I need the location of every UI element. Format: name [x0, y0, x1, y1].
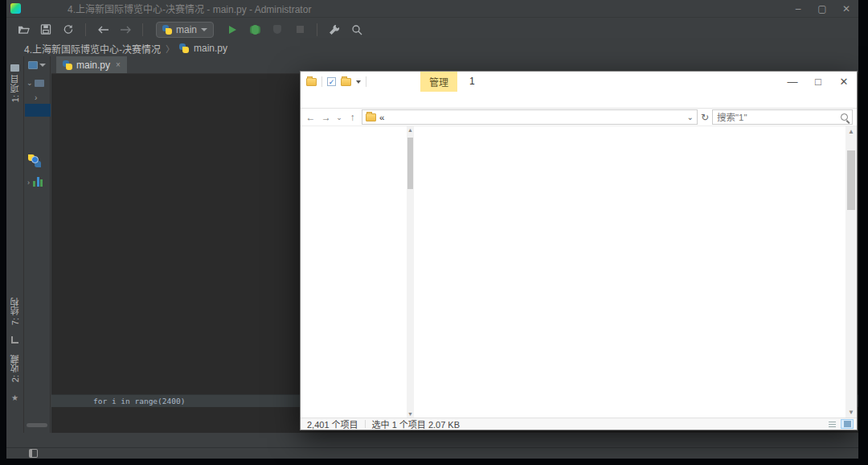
- forward-icon[interactable]: [117, 21, 134, 39]
- python-file-icon: [63, 60, 72, 70]
- chevron-down-icon: [39, 64, 46, 67]
- explorer-titlebar: ✓ 管理 1 — □ ✕: [301, 72, 857, 92]
- star-icon: ★: [11, 393, 18, 402]
- toolbar-separator: [142, 23, 143, 36]
- structure-icon: [11, 336, 18, 344]
- toolbar-separator: [85, 23, 86, 36]
- status-separator: [365, 420, 366, 428]
- project-root-row[interactable]: ⌄: [27, 79, 44, 87]
- search-icon[interactable]: [841, 113, 848, 121]
- close-icon[interactable]: ✕: [831, 72, 857, 92]
- scroll-up-icon[interactable]: ▲: [845, 128, 857, 135]
- project-hscrollbar[interactable]: [27, 423, 47, 427]
- python-file-icon: [179, 43, 189, 53]
- recent-locations-chevron-icon[interactable]: ⌄: [335, 113, 342, 121]
- settings-wrench-icon[interactable]: [326, 21, 343, 39]
- ide-window-controls: – ▢ ✕: [786, 0, 858, 17]
- details-view-icon[interactable]: [825, 419, 838, 429]
- quick-access-toolbar: ✓: [301, 76, 366, 87]
- pycharm-logo-icon: [10, 3, 21, 14]
- sync-icon[interactable]: [59, 21, 77, 39]
- ide-toolbar: main: [6, 19, 858, 40]
- search-input[interactable]: [717, 113, 841, 122]
- back-icon[interactable]: [94, 21, 112, 39]
- breadcrumb-file[interactable]: main.py: [194, 43, 227, 54]
- navigation-scrollbar[interactable]: ▲ ▼: [407, 126, 414, 418]
- scroll-down-icon[interactable]: ▼: [407, 411, 413, 417]
- project-panel-header[interactable]: [28, 61, 46, 69]
- scrollbar-thumb[interactable]: [847, 150, 855, 210]
- location-folder-icon: [366, 113, 376, 121]
- desktop: 4.上海新国际博览中心-决赛情况 - main.py - Administrat…: [0, 0, 868, 465]
- ribbon-tabs: [301, 92, 857, 109]
- stop-button[interactable]: [291, 21, 309, 39]
- tab-main-py[interactable]: main.py ×: [56, 56, 127, 73]
- selection-info: 选中 1 个项目 2.07 KB: [372, 418, 460, 430]
- breadcrumb-prefix: «: [378, 113, 386, 122]
- ide-titlebar: 4.上海新国际博览中心-决赛情况 - main.py - Administrat…: [6, 0, 858, 18]
- properties-check-icon[interactable]: ✓: [327, 77, 336, 86]
- maximize-icon[interactable]: □: [805, 72, 831, 92]
- search-everywhere-icon[interactable]: [348, 21, 366, 39]
- breadcrumb-separator: 〉: [166, 42, 174, 55]
- manage-contextual-tab[interactable]: 管理: [420, 72, 457, 92]
- coverage-button[interactable]: [268, 21, 286, 39]
- new-folder-icon[interactable]: [341, 78, 351, 86]
- minimize-icon[interactable]: —: [780, 72, 805, 92]
- left-tool-stripe: 1: 项目 7: 结构 2: 收藏 ★: [6, 56, 24, 433]
- file-explorer-window: ✓ 管理 1 — □ ✕ ← → ⌄ ↑ «: [300, 71, 858, 430]
- minimize-icon[interactable]: –: [786, 0, 810, 17]
- tab-label: main.py: [76, 60, 110, 71]
- ide-breadcrumb: 4.上海新国际博览中心-决赛情况 〉 main.py: [6, 40, 858, 56]
- run-configuration-select[interactable]: main: [156, 22, 214, 38]
- tool-button-structure[interactable]: 7: 结构: [9, 298, 22, 325]
- expand-chevron-icon: ⌄: [27, 79, 33, 87]
- debug-button[interactable]: [246, 21, 264, 39]
- toolbar-separator: [317, 23, 317, 36]
- forward-icon[interactable]: →: [320, 112, 332, 123]
- ide-statusbar: [6, 447, 858, 459]
- tool-button-favorites[interactable]: 2: 收藏: [9, 355, 22, 382]
- run-button[interactable]: [223, 21, 241, 39]
- navigation-pane: [301, 126, 416, 418]
- python-icon: [162, 25, 172, 35]
- maximize-icon[interactable]: ▢: [810, 0, 834, 17]
- address-dropdown-chevron-icon[interactable]: ⌄: [687, 113, 694, 121]
- scroll-down-icon[interactable]: ▼: [845, 409, 857, 416]
- clock-icon: [31, 156, 39, 163]
- project-selected-row[interactable]: [25, 104, 51, 117]
- qat-separator: [366, 76, 366, 87]
- explorer-window-title: 1: [469, 76, 475, 87]
- up-icon[interactable]: ↑: [346, 112, 358, 123]
- chevron-down-icon: [201, 28, 207, 31]
- tool-window-toggle-icon[interactable]: [29, 449, 38, 458]
- scrollbar-thumb[interactable]: [407, 138, 413, 189]
- item-count: 2,401 个项目: [307, 418, 358, 430]
- collapsed-chevron-icon[interactable]: ›: [35, 93, 37, 102]
- customize-toolbar-chevron-icon[interactable]: [356, 80, 361, 84]
- open-folder-icon[interactable]: [14, 21, 32, 39]
- address-breadcrumb-box[interactable]: « ⌄: [362, 109, 698, 125]
- tool-button-project[interactable]: 1: 项目: [9, 75, 22, 102]
- refresh-icon[interactable]: ↻: [701, 112, 709, 123]
- bar-chart-icon: [33, 177, 43, 187]
- explorer-statusbar: 2,401 个项目 选中 1 个项目 2.07 KB: [301, 418, 857, 430]
- close-icon[interactable]: ✕: [834, 0, 858, 17]
- breadcrumb-project[interactable]: 4.上海新国际博览中心-决赛情况: [24, 42, 161, 56]
- collapsed-chevron-icon: ›: [27, 179, 30, 187]
- search-box: [712, 109, 853, 125]
- thumbnails-view-icon[interactable]: [841, 419, 854, 429]
- back-icon[interactable]: ←: [305, 112, 317, 123]
- save-icon[interactable]: [37, 21, 55, 39]
- context-line-text: for i in range(2400): [93, 397, 185, 405]
- chart-file-row[interactable]: ›: [27, 177, 43, 187]
- explorer-window-controls: — □ ✕: [780, 72, 857, 92]
- scroll-up-icon[interactable]: ▲: [407, 127, 413, 133]
- project-panel: ⌄ › ›: [25, 56, 51, 433]
- bottom-tool-bar: [6, 433, 858, 447]
- run-configuration-name: main: [176, 24, 197, 35]
- qat-separator: [321, 76, 322, 87]
- folder-icon: [35, 80, 44, 87]
- content-scrollbar[interactable]: ▲ ▼: [845, 126, 857, 418]
- tab-close-icon[interactable]: ×: [116, 60, 121, 69]
